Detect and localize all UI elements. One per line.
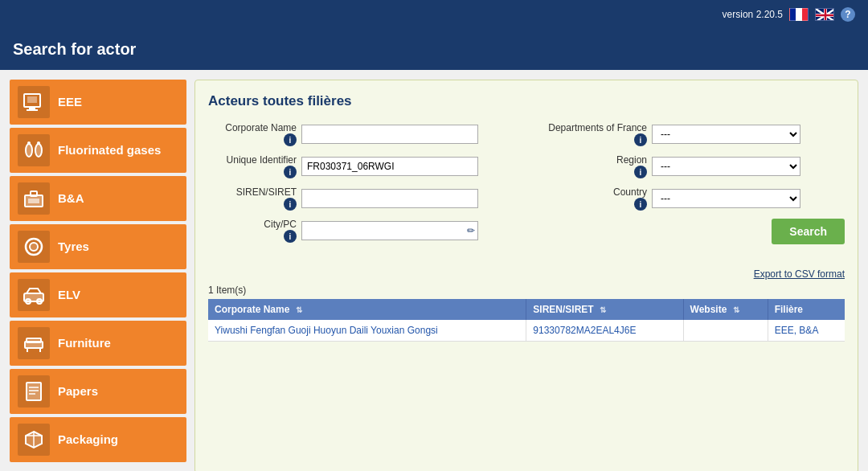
corporate-name-group: Corporate Name i — [208, 122, 510, 146]
sidebar-item-furniture[interactable]: Furniture — [10, 321, 186, 366]
departments-select[interactable]: --- — [652, 125, 800, 144]
bna-label: B&A — [58, 191, 84, 206]
svg-rect-10 — [27, 109, 38, 111]
svg-point-14 — [37, 141, 40, 145]
cell-website — [683, 320, 768, 342]
svg-point-22 — [37, 299, 42, 304]
svg-rect-17 — [31, 191, 37, 196]
sidebar-item-fluorinated[interactable]: Fluorinated gases — [10, 128, 186, 173]
sort-siren-icon: ⇅ — [600, 305, 606, 314]
country-label: Country — [555, 186, 647, 198]
eee-icon — [18, 86, 50, 118]
sidebar-item-tyres[interactable]: Tyres — [10, 224, 186, 269]
fluorinated-label: Fluorinated gases — [58, 143, 161, 158]
unique-identifier-info-icon[interactable]: i — [284, 166, 297, 178]
city-pc-label: City/PC — [208, 219, 297, 230]
col-siren-siret[interactable]: SIREN/SIRET ⇅ — [526, 299, 683, 320]
main-layout: EEE Fluorinated gases — [0, 70, 868, 471]
tyres-label: Tyres — [58, 240, 89, 254]
cell-filiere: EEE, B&A — [768, 320, 845, 342]
table-header-row: Corporate Name ⇅ SIREN/SIRET ⇅ Website ⇅… — [208, 299, 845, 320]
sort-corp-name-icon: ⇅ — [296, 305, 302, 314]
col-website[interactable]: Website ⇅ — [683, 299, 768, 320]
country-group: Country i --- — [542, 186, 845, 211]
city-pc-input-wrapper: ✏ — [301, 221, 478, 240]
corporate-name-input[interactable] — [301, 125, 478, 144]
svg-point-19 — [30, 243, 38, 251]
help-icon[interactable]: ? — [841, 7, 855, 22]
result-count: 1 Item(s) — [208, 285, 845, 296]
svg-rect-9 — [29, 107, 35, 109]
unique-identifier-group: Unique Identifier i — [208, 154, 510, 178]
region-label: Region — [555, 154, 647, 166]
col-corp-name[interactable]: Corporate Name ⇅ — [208, 299, 526, 320]
svg-point-12 — [35, 144, 42, 157]
svg-point-13 — [27, 141, 31, 145]
country-info-icon[interactable]: i — [634, 198, 647, 211]
page-title: Search for actor — [13, 40, 136, 58]
sidebar-item-packaging[interactable]: Packaging — [10, 417, 186, 462]
sort-website-icon: ⇅ — [733, 305, 739, 314]
svg-rect-24 — [27, 338, 41, 342]
flag-french[interactable] — [789, 8, 809, 21]
cell-corp_name: Yiwushi Fengfan Guoji Huoyun Daili Youxi… — [208, 320, 526, 342]
elv-icon — [18, 279, 50, 311]
cell-siren_siret: 91330782MA2EAL4J6E — [526, 320, 683, 342]
content-title: Acteurs toutes filières — [208, 93, 845, 109]
bna-icon — [18, 182, 50, 215]
siren-siret-label: SIREN/SIRET — [208, 186, 297, 198]
departments-group: Departments of France i --- — [542, 122, 845, 146]
packaging-label: Packaging — [58, 432, 118, 447]
region-info-icon[interactable]: i — [634, 166, 647, 178]
city-pc-edit-icon[interactable]: ✏ — [467, 225, 475, 236]
svg-point-11 — [26, 144, 32, 157]
papers-label: Papers — [58, 384, 98, 399]
furniture-icon — [18, 327, 50, 359]
form-right-col: Departments of France i --- Region i --- — [542, 122, 845, 252]
packaging-icon — [18, 424, 50, 456]
export-csv-link[interactable]: Export to CSV format — [754, 268, 845, 280]
departments-label: Departments of France — [548, 122, 647, 133]
siren-siret-input[interactable] — [301, 189, 478, 208]
form-left-col: Corporate Name i Unique Identifier i — [208, 122, 510, 252]
sidebar-item-elv[interactable]: ELV — [10, 272, 186, 317]
city-pc-group: City/PC i ✏ — [208, 219, 510, 243]
eee-label: EEE — [58, 95, 82, 109]
siren-siret-info-icon[interactable]: i — [284, 198, 297, 211]
svg-rect-16 — [28, 199, 39, 203]
content-area: Acteurs toutes filières Corporate Name i… — [194, 80, 858, 471]
table-row[interactable]: Yiwushi Fengfan Guoji Huoyun Daili Youxi… — [208, 320, 845, 342]
flag-english[interactable] — [815, 8, 834, 21]
city-pc-input[interactable] — [301, 221, 478, 240]
elv-label: ELV — [58, 288, 80, 302]
city-pc-info-icon[interactable]: i — [284, 230, 297, 243]
corporate-name-label: Corporate Name — [208, 122, 297, 133]
fluorinated-icon — [18, 134, 50, 166]
furniture-label: Furniture — [58, 336, 111, 350]
search-button[interactable]: Search — [772, 219, 845, 244]
corporate-name-info-icon[interactable]: i — [284, 133, 297, 146]
departments-info-icon[interactable]: i — [634, 133, 647, 146]
region-select[interactable]: --- — [652, 157, 800, 176]
sidebar-item-bna[interactable]: B&A — [10, 176, 186, 221]
col-filiere[interactable]: Filière — [768, 299, 845, 320]
svg-point-21 — [26, 299, 31, 304]
country-select[interactable]: --- — [652, 189, 800, 208]
search-form: Corporate Name i Unique Identifier i — [208, 122, 845, 252]
export-row: Export to CSV format — [208, 268, 845, 280]
svg-rect-27 — [27, 383, 41, 400]
result-table: Corporate Name ⇅ SIREN/SIRET ⇅ Website ⇅… — [208, 299, 845, 342]
sidebar: EEE Fluorinated gases — [10, 80, 186, 471]
search-btn-row: Search — [542, 219, 845, 244]
siren-siret-group: SIREN/SIRET i — [208, 186, 510, 211]
region-group: Region i --- — [542, 154, 845, 178]
unique-identifier-label: Unique Identifier — [208, 154, 297, 166]
top-bar: version 2.20.5 ? — [0, 0, 868, 29]
papers-icon — [18, 375, 50, 408]
unique-identifier-input[interactable] — [301, 157, 478, 176]
sidebar-item-eee[interactable]: EEE — [10, 80, 186, 125]
version-text: version 2.20.5 — [723, 9, 783, 20]
sidebar-item-papers[interactable]: Papers — [10, 369, 186, 414]
svg-rect-8 — [27, 96, 37, 103]
tyres-icon — [18, 231, 50, 263]
